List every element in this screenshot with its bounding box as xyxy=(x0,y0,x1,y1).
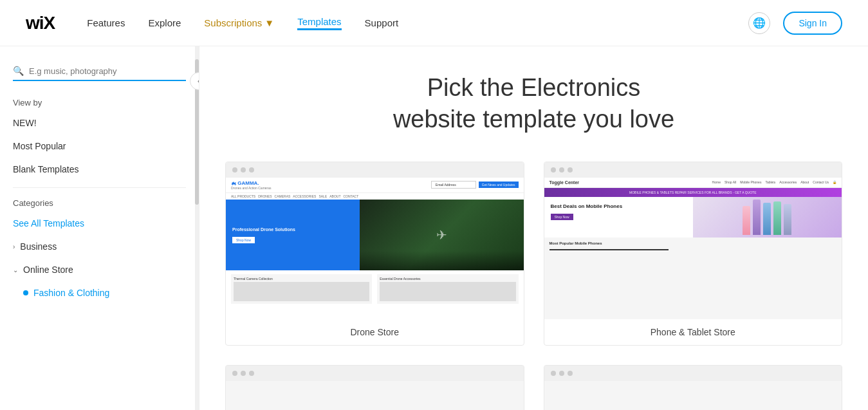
drone-accessories-img xyxy=(380,282,515,301)
sidebar-blank-templates-label: Blank Templates xyxy=(13,164,78,174)
sidebar-item-blank-templates[interactable]: Blank Templates xyxy=(0,158,199,181)
sidebar-item-online-store[interactable]: ⌄ Online Store xyxy=(0,258,199,281)
sign-in-button[interactable]: Sign In xyxy=(783,12,842,35)
chevron-right-icon: › xyxy=(13,243,15,250)
nav-support[interactable]: Support xyxy=(365,17,399,28)
template-card-partial-left[interactable] xyxy=(225,365,524,410)
nav-explore[interactable]: Explore xyxy=(148,17,181,28)
drone-icon: ✈ xyxy=(436,227,447,243)
drone-hero-left: Professional Drone Solutions Shop Now xyxy=(226,200,360,270)
search-input[interactable] xyxy=(29,66,186,76)
active-dot xyxy=(23,290,28,295)
drone-bottom-img xyxy=(234,282,369,301)
drone-subtitle: Drones and Action Cameras xyxy=(231,186,272,190)
nav-features[interactable]: Features xyxy=(87,17,125,28)
page-title: Pick the Electronics website template yo… xyxy=(225,72,842,136)
dot-3p xyxy=(568,167,573,172)
drone-hero-btn: Shop Now xyxy=(232,237,255,243)
phone-store-preview: Toggle Center HomeShop AllMobile PhonesT… xyxy=(544,178,842,319)
sidebar-item-see-all[interactable]: See All Templates xyxy=(0,212,199,235)
phone-device-2 xyxy=(753,200,761,235)
sidebar-item-most-popular[interactable]: Most Popular xyxy=(0,135,199,158)
popular-underline xyxy=(549,249,669,250)
road-overlay xyxy=(360,251,523,270)
chevron-down-icon: ⌄ xyxy=(13,266,18,274)
phone-shop-btn: Shop Now xyxy=(551,214,573,220)
phone-hero-main: Best Deals on Mobile Phones Shop Now xyxy=(544,197,842,238)
window-dots-phone xyxy=(544,162,842,178)
phone-device-3 xyxy=(763,203,771,235)
phone-device-5 xyxy=(784,204,791,235)
phone-device-4 xyxy=(773,201,781,235)
drone-store-name: Drone Store xyxy=(226,319,524,345)
phone-hero-title: Best Deals on Mobile Phones xyxy=(551,203,687,210)
dot-3 xyxy=(249,167,254,172)
search-icon: 🔍 xyxy=(13,66,24,76)
dot-3pr xyxy=(568,371,573,376)
template-card-drone-store[interactable]: 🏍 GAMMA. Drones and Action Cameras Email… xyxy=(225,162,524,346)
main-layout: ‹ 🔍 View by NEW! Most Popular Blank Temp… xyxy=(0,46,868,410)
sidebar-item-new[interactable]: NEW! xyxy=(0,111,199,135)
drone-logo-area: 🏍 GAMMA. Drones and Action Cameras xyxy=(231,180,272,190)
drone-bottom: Thermal Camera Collection Essential Dron… xyxy=(226,270,524,308)
window-dots-partial-right xyxy=(544,366,842,381)
window-dots-partial-left xyxy=(226,366,524,381)
drone-hero: Professional Drone Solutions Shop Now ✈ xyxy=(226,200,524,270)
sidebar-most-popular-label: Most Popular xyxy=(13,141,66,151)
fashion-clothing-label: Fashion & Clothing xyxy=(33,288,109,298)
template-card-phone-store[interactable]: Toggle Center HomeShop AllMobile PhonesT… xyxy=(544,162,843,346)
template-grid: 🏍 GAMMA. Drones and Action Cameras Email… xyxy=(225,162,842,410)
phone-hero-text: Best Deals on Mobile Phones Shop Now xyxy=(544,197,693,238)
chevron-left-icon: ‹ xyxy=(198,77,199,86)
wix-logo[interactable]: wiX xyxy=(26,13,55,33)
dot-2pr xyxy=(559,371,564,376)
sidebar-item-business[interactable]: › Business xyxy=(0,235,199,258)
sidebar-collapse-button[interactable]: ‹ xyxy=(190,72,199,90)
language-button[interactable]: 🌐 xyxy=(748,12,770,34)
categories-label: Categories xyxy=(0,194,199,212)
header-right: 🌐 Sign In xyxy=(748,12,842,35)
phone-nav-bar: HomeShop AllMobile PhonesTabletsAccessor… xyxy=(712,180,836,184)
globe-icon: 🌐 xyxy=(753,17,766,29)
see-all-label: See All Templates xyxy=(13,218,84,228)
main-nav: Features Explore Subscriptions ▼ Templat… xyxy=(87,16,748,30)
drone-nav: ALL PRODUCTSDRONESCAMERASACCESSORIESSALE… xyxy=(226,193,524,200)
sidebar-scrollbar[interactable] xyxy=(195,46,199,410)
template-card-partial-right[interactable] xyxy=(544,365,843,410)
phone-header: Toggle Center HomeShop AllMobile PhonesT… xyxy=(544,178,842,188)
chevron-down-icon: ▼ xyxy=(264,17,274,28)
drone-bottom-left: Thermal Camera Collection xyxy=(231,274,372,304)
drone-logo: 🏍 GAMMA. xyxy=(231,180,272,186)
dot-1pl xyxy=(232,371,237,376)
phone-mockup: Toggle Center HomeShop AllMobile PhonesT… xyxy=(544,178,842,319)
drone-email-input: Email Address xyxy=(431,181,476,189)
sidebar-divider xyxy=(13,187,186,188)
phone-device-1 xyxy=(743,206,750,235)
dot-2pl xyxy=(241,371,246,376)
dot-1pr xyxy=(551,371,556,376)
drone-bottom-right: Essential Drone Accessories xyxy=(377,274,518,304)
drone-mockup: 🏍 GAMMA. Drones and Action Cameras Email… xyxy=(226,178,524,319)
drone-header: 🏍 GAMMA. Drones and Action Cameras Email… xyxy=(226,178,524,193)
phone-banner: MOBILE PHONES & TABLETS REPAIR SERVICES … xyxy=(544,188,842,197)
dot-2 xyxy=(241,167,246,172)
drone-store-preview: 🏍 GAMMA. Drones and Action Cameras Email… xyxy=(226,178,524,319)
window-dots xyxy=(226,162,524,178)
sidebar-new-label: NEW! xyxy=(13,118,37,128)
sidebar-item-fashion-clothing[interactable]: Fashion & Clothing xyxy=(0,281,199,304)
phone-hero-image xyxy=(693,197,842,238)
phone-brand: Toggle Center xyxy=(549,180,580,185)
drone-hero-right: ✈ xyxy=(360,200,523,270)
drone-hero-title: Professional Drone Solutions xyxy=(232,227,353,233)
phone-popular-label: Most Popular Mobile Phones xyxy=(544,238,842,249)
online-store-label: Online Store xyxy=(23,265,73,275)
main-content: Pick the Electronics website template yo… xyxy=(199,46,868,410)
business-label: Business xyxy=(20,241,57,252)
view-by-label: View by xyxy=(0,94,199,111)
phone-store-name: Phone & Tablet Store xyxy=(544,319,842,345)
header: wiX Features Explore Subscriptions ▼ Tem… xyxy=(0,0,868,46)
nav-templates[interactable]: Templates xyxy=(297,16,341,30)
nav-subscriptions[interactable]: Subscriptions ▼ xyxy=(204,17,274,28)
drone-email-bar: Email Address Get News and Updates xyxy=(431,181,519,189)
search-box[interactable]: 🔍 xyxy=(13,66,186,81)
